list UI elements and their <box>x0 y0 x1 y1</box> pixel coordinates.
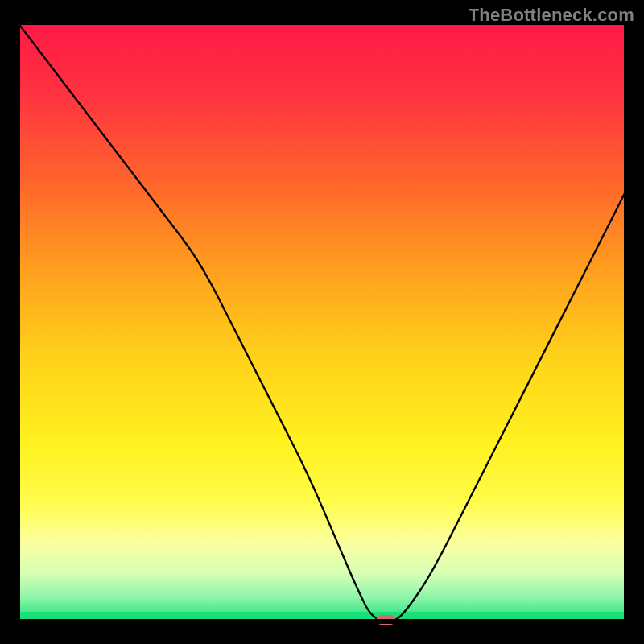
plot-background <box>18 23 626 621</box>
chart-container: TheBottleneck.com <box>0 0 644 644</box>
bottleneck-chart <box>0 0 644 644</box>
watermark-label: TheBottleneck.com <box>469 5 634 26</box>
